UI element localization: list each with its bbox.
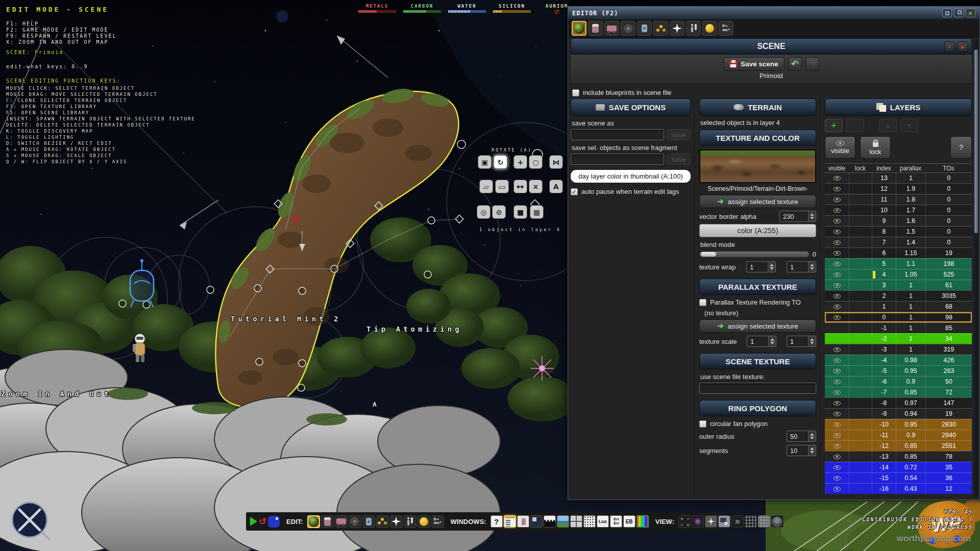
landscape-window-icon[interactable] — [557, 515, 569, 528]
eye-icon[interactable] — [834, 487, 841, 491]
layer-row[interactable]: -40.98426 — [825, 355, 972, 365]
eye-icon[interactable] — [834, 433, 841, 438]
layer-lock-cell[interactable] — [849, 484, 872, 494]
burst-icon[interactable] — [670, 21, 684, 36]
burst-icon[interactable] — [390, 515, 403, 528]
editor-window[interactable]: EDITOR (F2) ✕ E= mc² SCENE ● ▶ — [568, 6, 980, 500]
layer-visible-cell[interactable] — [825, 398, 849, 408]
layer-row[interactable]: 51.1198 — [825, 258, 972, 269]
auto-pause-checkbox[interactable]: ✓ — [571, 188, 578, 195]
layer-visible-cell[interactable] — [825, 312, 849, 322]
maximize-button[interactable] — [954, 9, 964, 17]
texture-scale-x-spinner[interactable]: 1 — [747, 336, 776, 347]
layer-visible-cell[interactable] — [825, 344, 849, 355]
layer-lock-cell[interactable] — [849, 323, 872, 333]
layer-lock-cell[interactable] — [849, 441, 872, 451]
palette-tool-button[interactable]: A — [549, 180, 563, 193]
layer-row[interactable]: -70.8572 — [825, 387, 972, 397]
eye-icon[interactable] — [834, 240, 841, 245]
grid-view-icon[interactable] — [745, 515, 757, 528]
palette-tool-button[interactable]: ↻ — [494, 155, 507, 169]
eye-icon[interactable] — [834, 369, 841, 373]
palette-tool-button[interactable]: ■ — [513, 205, 527, 219]
undo-button[interactable]: ↶ — [788, 57, 802, 71]
parallax-checkbox[interactable] — [699, 299, 706, 306]
layer-row[interactable]: -120.852551 — [825, 440, 972, 451]
layer-row[interactable]: -2134 — [825, 333, 972, 344]
layer-row[interactable]: 41.05525 — [825, 269, 972, 280]
layer-row[interactable]: -110.92940 — [825, 430, 972, 440]
segments-spinner[interactable]: 10 — [787, 445, 816, 456]
eb-window-icon[interactable]: EB — [623, 515, 635, 528]
figures-icon[interactable] — [686, 21, 701, 36]
layer-visible-cell[interactable] — [825, 291, 849, 301]
move-layer-down-button[interactable]: ▼ — [900, 119, 918, 132]
nuggets-icon[interactable] — [653, 21, 668, 36]
probe-icon[interactable] — [362, 515, 375, 528]
eye-icon[interactable] — [834, 272, 841, 277]
texture-scale-y-spinner[interactable]: 1 — [787, 336, 816, 347]
color-button[interactable]: color (A:255) — [699, 224, 816, 237]
layer-lock-cell[interactable] — [849, 430, 872, 440]
layer-row[interactable]: -160.4312 — [825, 483, 972, 494]
eye-icon[interactable] — [834, 251, 841, 256]
dots-window-icon[interactable] — [583, 515, 596, 528]
palette-tool-button[interactable]: ▱ — [479, 180, 493, 193]
close-button[interactable]: ✕ — [966, 9, 975, 17]
eye-icon[interactable] — [834, 422, 841, 427]
layer-visible-cell[interactable] — [825, 302, 849, 312]
layer-lock-cell[interactable] — [849, 227, 872, 237]
layer-lock-cell[interactable] — [849, 366, 872, 376]
play-button[interactable] — [250, 515, 257, 529]
layer-lock-cell[interactable] — [849, 344, 872, 355]
layer-lock-cell[interactable] — [849, 280, 872, 290]
layer-lock-cell[interactable] — [849, 237, 872, 247]
layer-visible-cell[interactable] — [825, 205, 849, 215]
layer-visible-cell[interactable] — [825, 419, 849, 430]
layer-visible-cell[interactable] — [825, 366, 849, 376]
layer-row[interactable]: -140.7235 — [825, 462, 972, 472]
layer-visible-cell[interactable] — [825, 452, 849, 462]
image-view-icon[interactable] — [718, 515, 730, 528]
probe-icon[interactable] — [637, 21, 652, 36]
emc2-icon[interactable]: E= mc² — [431, 515, 444, 528]
ball-icon[interactable] — [418, 515, 430, 528]
layer-visible-cell[interactable] — [825, 237, 849, 247]
eye-icon[interactable] — [834, 283, 841, 288]
lock-toggle-button[interactable]: lock — [860, 136, 891, 159]
eye-icon[interactable] — [834, 347, 841, 352]
editor-scrollbar[interactable] — [974, 39, 978, 497]
eye-icon[interactable] — [834, 390, 841, 395]
wagon-icon[interactable] — [604, 21, 619, 36]
layer-row[interactable]: -100.952830 — [825, 419, 972, 430]
save-scene-as-input[interactable] — [571, 129, 664, 140]
move-layer-up-button[interactable]: ▲ — [879, 119, 897, 132]
eye-icon[interactable] — [834, 465, 841, 470]
layer-visible-cell[interactable] — [825, 355, 849, 365]
layer-row[interactable]: -31319 — [825, 344, 972, 355]
layer-lock-cell[interactable] — [849, 291, 872, 301]
layer-visible-cell[interactable] — [825, 184, 849, 194]
layer-visible-cell[interactable] — [825, 173, 849, 183]
tip-label[interactable]: Tip Atomizing — [366, 325, 462, 333]
layer-row[interactable]: 0198 — [825, 312, 972, 322]
emc2-icon[interactable]: E= mc² — [719, 21, 733, 36]
sphere-view-icon[interactable] — [771, 515, 783, 528]
assign-parallax-texture-button[interactable]: ➔ assign selected texture — [699, 319, 816, 333]
eye-icon[interactable] — [834, 455, 841, 459]
include-blueprints-checkbox[interactable] — [572, 89, 579, 96]
terrain-globe-icon[interactable] — [572, 21, 586, 36]
record-button[interactable]: ● — [944, 41, 955, 52]
tutorial-hint-label[interactable]: Tutorial Hint 2 — [231, 315, 341, 323]
save-fragment-input[interactable] — [571, 154, 664, 165]
layer-lock-cell[interactable] — [849, 194, 872, 205]
layer-row[interactable]: 71.40 — [825, 237, 972, 247]
palette-tool-button[interactable]: ▦ — [530, 205, 544, 219]
layer-row[interactable]: 91.60 — [825, 215, 972, 226]
robot-icon[interactable] — [588, 21, 603, 36]
parallax-check-row[interactable]: Parallax Texture Rendering TO — [699, 298, 816, 306]
remove-layer-button[interactable]: − — [846, 119, 864, 132]
layer-row[interactable]: 1168 — [825, 301, 972, 312]
texture-wrap-x-spinner[interactable]: 1 — [746, 261, 776, 272]
eye-icon[interactable] — [834, 315, 841, 320]
